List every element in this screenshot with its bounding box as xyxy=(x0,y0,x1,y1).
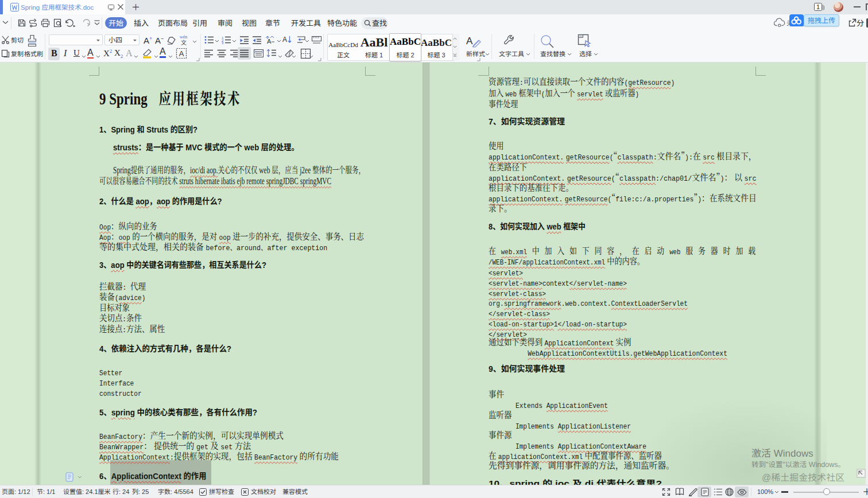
svg-text:A: A xyxy=(179,49,184,58)
svg-text:A: A xyxy=(282,36,287,44)
svg-text:3: 3 xyxy=(222,41,224,44)
svg-text:1: 1 xyxy=(816,3,820,10)
svg-text:A: A xyxy=(267,38,272,44)
svg-text:A: A xyxy=(466,36,473,46)
